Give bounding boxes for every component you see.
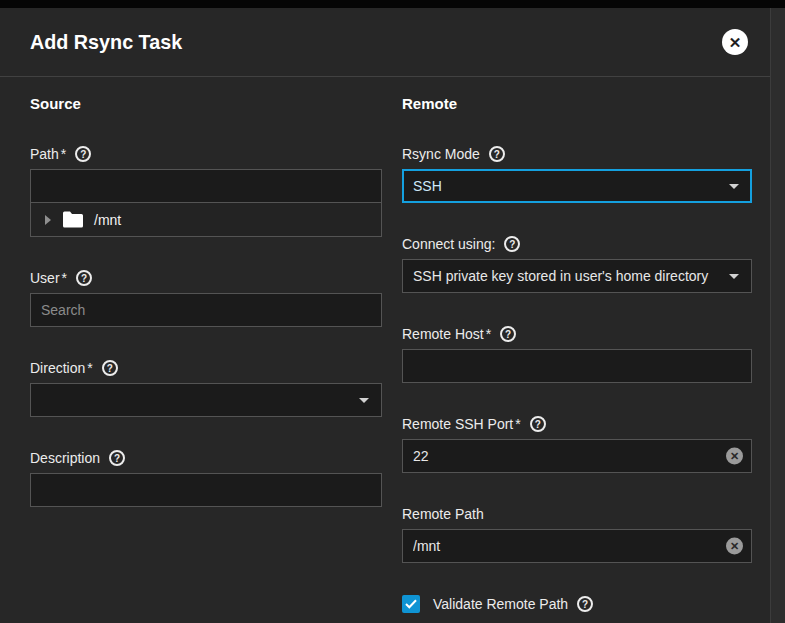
help-icon[interactable]: ? [109, 450, 125, 466]
help-icon[interactable]: ? [504, 236, 520, 252]
close-icon: ✕ [729, 35, 742, 50]
user-label: User [30, 270, 60, 286]
clear-input-button[interactable]: ✕ [726, 448, 743, 465]
connect-using-label: Connect using: [402, 236, 495, 252]
help-icon[interactable]: ? [489, 146, 505, 162]
remote-path-field: Remote Path ✕ [402, 506, 752, 563]
required-mark: * [87, 360, 92, 376]
add-rsync-task-dialog: Add Rsync Task ✕ Source Path* ? [0, 8, 770, 623]
remote-heading: Remote [402, 95, 752, 112]
required-mark: * [515, 416, 520, 432]
description-label-row: Description ? [30, 450, 382, 466]
dialog-body: Source Path* ? /mnt [0, 77, 770, 613]
user-label-row: User* ? [30, 270, 382, 286]
rsync-mode-label-row: Rsync Mode ? [402, 146, 752, 162]
connect-using-selected-value: SSH private key stored in user's home di… [413, 268, 708, 284]
rsync-mode-selected-value: SSH [413, 178, 442, 194]
path-input[interactable] [30, 169, 382, 203]
remote-ssh-port-field: Remote SSH Port* ? ✕ [402, 416, 752, 473]
remote-host-label-row: Remote Host* ? [402, 326, 752, 342]
source-section: Source Path* ? /mnt [30, 95, 382, 613]
close-button[interactable]: ✕ [722, 29, 748, 55]
remote-path-label-row: Remote Path [402, 506, 752, 522]
help-icon[interactable]: ? [530, 416, 546, 432]
clear-input-button[interactable]: ✕ [726, 538, 743, 555]
path-label-row: Path* ? [30, 146, 382, 162]
dialog-title: Add Rsync Task [30, 30, 182, 54]
remote-ssh-port-label-row: Remote SSH Port* ? [402, 416, 752, 432]
dialog-header: Add Rsync Task ✕ [0, 8, 770, 77]
description-input[interactable] [30, 473, 382, 507]
description-label: Description [30, 450, 100, 466]
direction-label: Direction [30, 360, 85, 376]
remote-host-input[interactable] [402, 349, 752, 383]
remote-path-input[interactable] [402, 529, 752, 563]
remote-path-label: Remote Path [402, 506, 484, 522]
description-field: Description ? [30, 450, 382, 507]
remote-ssh-port-label: Remote SSH Port [402, 416, 513, 432]
rsync-mode-field: Rsync Mode ? SSH [402, 146, 752, 203]
help-icon[interactable]: ? [577, 596, 593, 612]
background-page-strip [770, 8, 785, 623]
clear-icon: ✕ [730, 451, 739, 462]
required-mark: * [61, 146, 66, 162]
clear-icon: ✕ [730, 541, 739, 552]
remote-section: Remote Rsync Mode ? SSH Connect using: ?… [402, 95, 752, 613]
source-heading: Source [30, 95, 382, 112]
checkmark-icon [405, 599, 417, 609]
direction-select[interactable] [30, 383, 382, 417]
folder-icon [63, 211, 83, 228]
path-label: Path [30, 146, 59, 162]
help-icon[interactable]: ? [102, 360, 118, 376]
remote-host-field: Remote Host* ? [402, 326, 752, 383]
path-tree-item-mnt[interactable]: /mnt [30, 203, 382, 237]
rsync-mode-label: Rsync Mode [402, 146, 480, 162]
connect-using-field: Connect using: ? SSH private key stored … [402, 236, 752, 293]
direction-field: Direction* ? [30, 360, 382, 417]
chevron-down-icon [729, 184, 739, 189]
user-input[interactable] [30, 293, 382, 327]
direction-label-row: Direction* ? [30, 360, 382, 376]
help-icon[interactable]: ? [76, 270, 92, 286]
validate-remote-path-checkbox[interactable] [402, 595, 420, 613]
path-field: Path* ? /mnt [30, 146, 382, 237]
connect-using-select[interactable]: SSH private key stored in user's home di… [402, 259, 752, 293]
page-top-edge [0, 0, 785, 8]
chevron-down-icon [729, 274, 739, 279]
validate-remote-path-row: Validate Remote Path ? [402, 595, 752, 613]
required-mark: * [486, 326, 491, 342]
remote-ssh-port-input[interactable] [402, 439, 752, 473]
connect-using-label-row: Connect using: ? [402, 236, 752, 252]
user-field: User* ? [30, 270, 382, 327]
chevron-down-icon [359, 398, 369, 403]
remote-host-label: Remote Host [402, 326, 484, 342]
expand-arrow-icon[interactable] [45, 215, 51, 225]
tree-item-label: /mnt [94, 212, 121, 228]
rsync-mode-select[interactable]: SSH [402, 169, 752, 203]
help-icon[interactable]: ? [75, 146, 91, 162]
validate-remote-path-label: Validate Remote Path [433, 596, 568, 612]
help-icon[interactable]: ? [500, 326, 516, 342]
required-mark: * [62, 270, 67, 286]
